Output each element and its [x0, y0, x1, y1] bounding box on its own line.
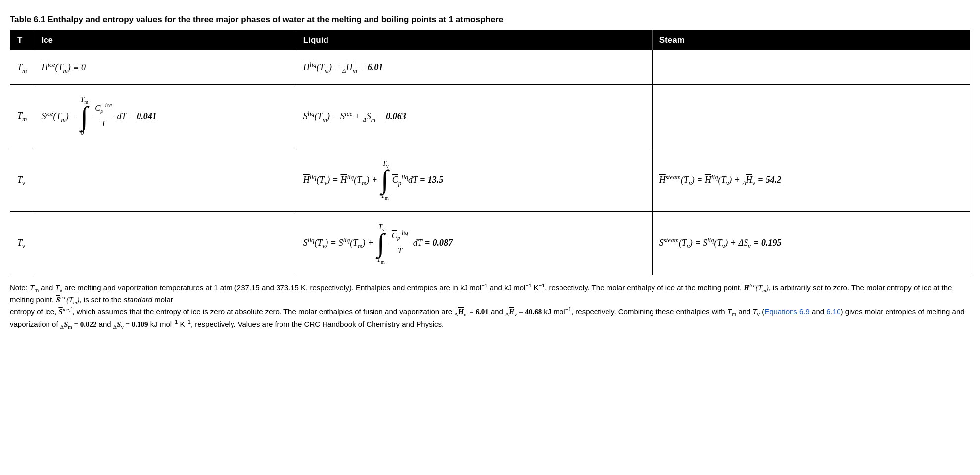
table-row: Tv Sliq(Tv) = Sliq(Tm) + Tv ∫ Tm	[10, 211, 970, 275]
cell-liquid4: Sliq(Tv) = Sliq(Tm) + Tv ∫ Tm Cp liq T d…	[296, 211, 652, 275]
note-section: Note: Tm and Tv are melting and vaporiza…	[10, 282, 970, 330]
cell-t3: Tv	[10, 148, 34, 211]
cell-steam3: Hsteam(Tv) = Hliq(Tv) + ΔHv = 54.2	[652, 148, 970, 211]
cell-ice1: Hice(Tm) ≡ 0	[34, 50, 296, 85]
eq69-link[interactable]: Equations 6.9	[764, 307, 810, 316]
table-title: Table 6.1 Enthalpy and entropy values fo…	[10, 15, 970, 25]
cell-steam4: Ssteam(Tv) = Sliq(Tv) + ΔSv = 0.195	[652, 211, 970, 275]
cell-steam1	[652, 50, 970, 85]
cell-liquid3: Hliq(Tv) = Hliq(Tm) + Tv ∫ Tm CpliqdT = …	[296, 148, 652, 211]
table-row: Tm Sice(Tm) = Tm ∫ 0	[10, 85, 970, 148]
cell-ice4	[34, 211, 296, 275]
table-row: Tv Hliq(Tv) = Hliq(Tm) + Tv ∫ Tm Cpl	[10, 148, 970, 211]
header-t: T	[10, 30, 34, 50]
header-ice: Ice	[34, 30, 296, 50]
cell-ice2: Sice(Tm) = Tm ∫ 0 Cp ice T dT =	[34, 85, 296, 148]
cell-liquid1: Hliq(Tm) = ΔHm = 6.01	[296, 50, 652, 85]
eq610-link[interactable]: 6.10	[826, 307, 840, 316]
cell-ice3	[34, 148, 296, 211]
header-liquid: Liquid	[296, 30, 652, 50]
cell-t2: Tm	[10, 85, 34, 148]
table-row: Tm Hice(Tm) ≡ 0 Hliq(Tm) = ΔHm = 6.01	[10, 50, 970, 85]
cell-t4: Tv	[10, 211, 34, 275]
cell-steam2	[652, 85, 970, 148]
main-table: T Ice Liquid Steam Tm Hice(Tm) ≡ 0 Hliq(…	[10, 30, 970, 275]
cell-t1: Tm	[10, 50, 34, 85]
cell-liquid2: Sliq(Tm) = Sice + ΔSm = 0.063	[296, 85, 652, 148]
header-steam: Steam	[652, 30, 970, 50]
